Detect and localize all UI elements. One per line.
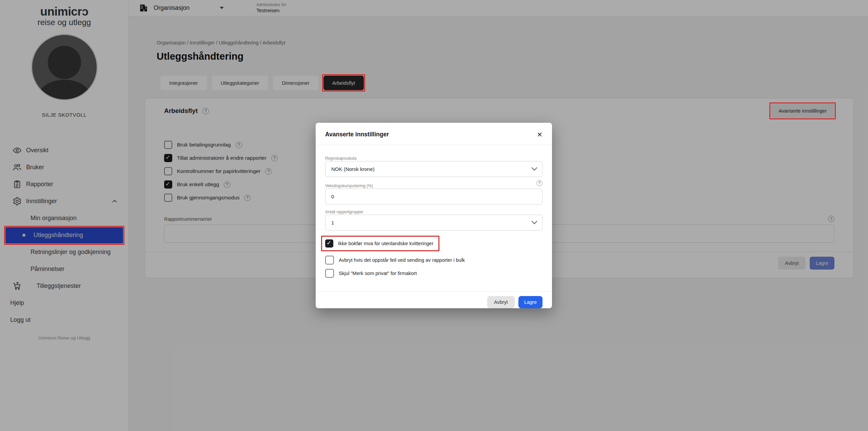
report-groups-field: Antall rapportgrupper 1 bbox=[325, 210, 542, 231]
option-label: Ikke bokfør mva for utenlandske kvitteri… bbox=[338, 241, 433, 246]
accounting-currency-value: NOK (Norsk krone) bbox=[331, 166, 375, 172]
option-label: Avbryt hvis det oppstår feil ved sending… bbox=[339, 257, 465, 263]
app-root: { "colors": { "accent_red": "#cf2e2e", "… bbox=[0, 0, 868, 431]
modal-options: Ikke bokfør mva for utenlandske kvitteri… bbox=[325, 236, 542, 278]
chevron-down-icon bbox=[532, 165, 537, 171]
accounting-currency-field: Regnskapsvaluta NOK (Norsk krone) bbox=[325, 156, 542, 177]
exchange-rate-label: Vekslingskursjustering (%) bbox=[325, 183, 373, 188]
exchange-rate-label-row: Vekslingskursjustering (%) bbox=[325, 182, 542, 188]
exchange-rate-field: Vekslingskursjustering (%) bbox=[325, 182, 542, 204]
chevron-down-icon bbox=[532, 218, 537, 224]
option-avbryt-ved-feil[interactable]: Avbryt hvis det oppstår feil ved sending… bbox=[325, 256, 542, 265]
help-icon[interactable] bbox=[536, 180, 542, 186]
checkbox-unchecked-icon[interactable] bbox=[325, 269, 334, 278]
modal-title: Avanserte innstillinger bbox=[325, 131, 389, 138]
option-label: Skjul "Merk som privat" for firmakort bbox=[339, 271, 417, 276]
option-ikke-bokfor-mva[interactable]: Ikke bokfør mva for utenlandske kvitteri… bbox=[321, 236, 439, 251]
accounting-currency-select[interactable]: NOK (Norsk krone) bbox=[325, 161, 542, 177]
modal-body: Regnskapsvaluta NOK (Norsk krone) Veksli… bbox=[316, 145, 552, 291]
accounting-currency-label: Regnskapsvaluta bbox=[325, 156, 542, 161]
modal-footer: Avbryt Lagre bbox=[316, 291, 552, 308]
report-groups-value: 1 bbox=[331, 220, 334, 226]
report-groups-select[interactable]: 1 bbox=[325, 215, 542, 231]
checkbox-unchecked-icon[interactable] bbox=[325, 256, 334, 265]
report-groups-label: Antall rapportgrupper bbox=[325, 210, 542, 214]
exchange-rate-input[interactable] bbox=[325, 189, 542, 204]
modal-cancel-button[interactable]: Avbryt bbox=[487, 296, 515, 308]
close-icon[interactable] bbox=[537, 131, 542, 138]
modal-header: Avanserte innstillinger bbox=[316, 123, 552, 145]
advanced-settings-modal: Avanserte innstillinger Regnskapsvaluta … bbox=[316, 123, 552, 308]
modal-save-button[interactable]: Lagre bbox=[518, 296, 542, 308]
checkbox-checked-icon[interactable] bbox=[325, 239, 333, 248]
option-skjul-merk-som-privat[interactable]: Skjul "Merk som privat" for firmakort bbox=[325, 269, 542, 278]
